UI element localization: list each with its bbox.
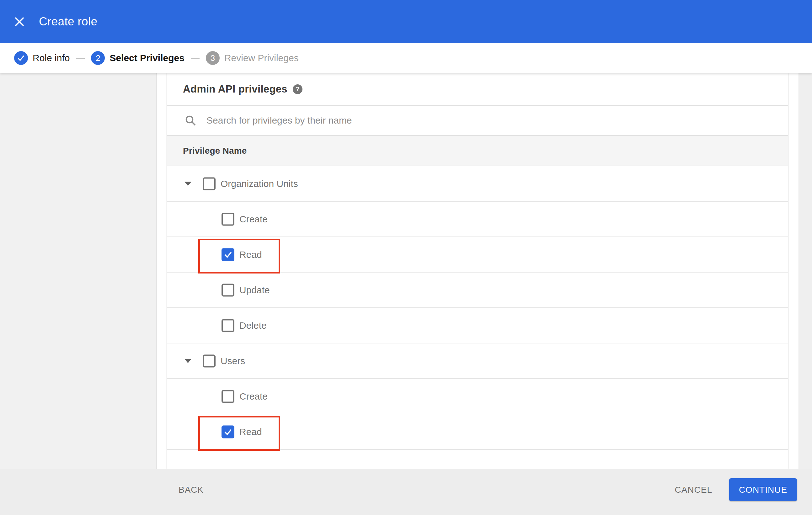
check-icon <box>17 54 25 62</box>
dialog-title: Create role <box>39 15 97 28</box>
privileges-table: Organization UnitsCreateReadUpdateDelete… <box>167 166 788 450</box>
check-icon <box>223 427 232 436</box>
privilege-row: Create <box>167 202 788 237</box>
checkbox-unchecked[interactable] <box>222 283 234 296</box>
privileges-card: Admin API privileges ? Privilege Name Or… <box>167 73 788 469</box>
search-icon <box>185 115 196 126</box>
dialog-titlebar: Create role <box>0 0 812 43</box>
checkbox-unchecked[interactable] <box>222 319 234 332</box>
column-header-privilege-name: Privilege Name <box>183 146 247 156</box>
create-role-dialog: Create role Role info 2 Select Privilege… <box>0 0 812 515</box>
privilege-row: Create <box>167 379 788 414</box>
checkbox-unchecked[interactable] <box>222 213 234 225</box>
continue-button[interactable]: CONTINUE <box>729 478 797 501</box>
privilege-label: Create <box>239 214 268 224</box>
step-review-privileges[interactable]: 3 Review Privileges <box>206 51 299 65</box>
privilege-label: Organization Units <box>221 178 298 189</box>
step-2-label: Select Privileges <box>110 53 184 63</box>
step-separator <box>191 58 200 59</box>
privilege-label: Read <box>239 427 262 437</box>
cancel-button[interactable]: CANCEL <box>674 485 712 495</box>
step-separator <box>76 58 85 59</box>
privilege-row: Organization Units <box>167 166 788 202</box>
clipped-row <box>167 450 788 468</box>
privilege-row: Delete <box>167 308 788 343</box>
check-icon <box>223 250 232 259</box>
privilege-label: Update <box>239 285 270 296</box>
right-gutter <box>799 73 812 469</box>
privilege-label: Delete <box>239 320 267 331</box>
step-1-label: Role info <box>33 53 70 63</box>
close-x-glyph <box>14 16 25 27</box>
step-role-info[interactable]: Role info <box>14 51 70 65</box>
privilege-row: Read <box>167 414 788 450</box>
back-button[interactable]: BACK <box>178 485 204 495</box>
expand-caret-icon[interactable] <box>184 182 192 186</box>
checkbox-unchecked[interactable] <box>203 355 215 367</box>
search-input[interactable] <box>206 115 677 126</box>
step-3-label: Review Privileges <box>224 53 299 63</box>
dialog-footer: BACK CANCEL CONTINUE <box>0 469 812 515</box>
privilege-row: Read <box>167 237 788 273</box>
step-1-circle <box>14 51 28 65</box>
search-row <box>167 106 788 136</box>
checkbox-unchecked[interactable] <box>222 390 234 403</box>
checkbox-checked[interactable] <box>222 248 234 261</box>
checkbox-unchecked[interactable] <box>203 177 215 190</box>
step-3-circle: 3 <box>206 51 220 65</box>
expand-caret-icon[interactable] <box>184 359 192 363</box>
stepper: Role info 2 Select Privileges 3 Review P… <box>0 43 812 73</box>
panel-title: Admin API privileges <box>183 83 287 95</box>
privilege-label: Users <box>221 356 245 366</box>
workspace: Admin API privileges ? Privilege Name Or… <box>0 73 812 469</box>
table-header-row: Privilege Name <box>167 136 788 166</box>
step-2-circle: 2 <box>91 51 105 65</box>
privilege-row: Users <box>167 343 788 379</box>
close-icon[interactable] <box>12 15 26 29</box>
step-select-privileges[interactable]: 2 Select Privileges <box>91 51 184 65</box>
privilege-label: Read <box>239 249 262 260</box>
help-icon[interactable]: ? <box>293 84 302 94</box>
privilege-row: Update <box>167 273 788 308</box>
privilege-label: Create <box>239 391 268 402</box>
checkbox-checked[interactable] <box>222 425 234 438</box>
left-gutter <box>0 73 156 469</box>
card-heading: Admin API privileges ? <box>167 73 788 106</box>
